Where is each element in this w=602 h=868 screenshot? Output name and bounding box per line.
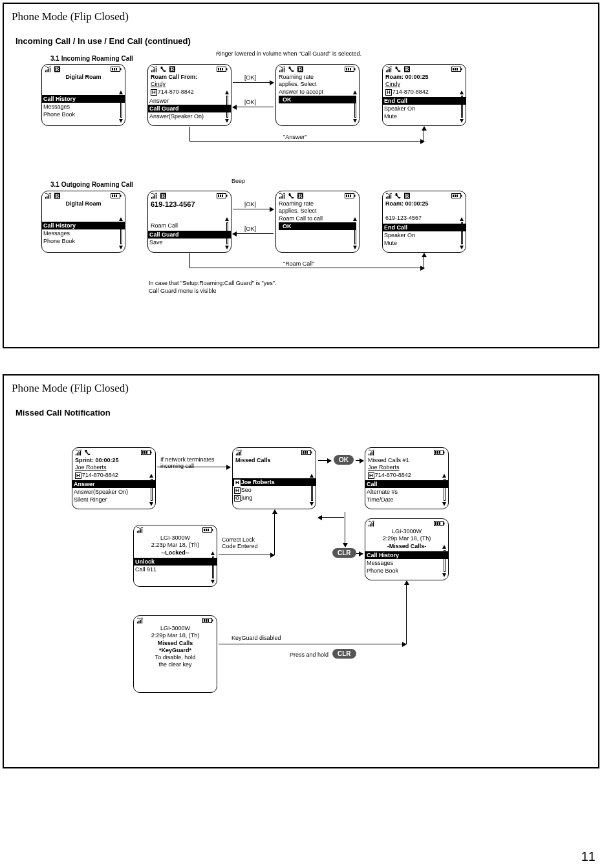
phone-m5: LGI-3000W 2:29p Mar 18, (Th) -Missed Cal… [365,518,449,580]
scrollbar[interactable] [353,90,358,123]
phone-m3: Missed Calls #1 Joe Roberts H714-870-884… [365,447,449,509]
battery-icon [451,66,463,72]
phone-m1: Sprint: 00:00:25 Joe Roberts H714-870-88… [72,447,156,509]
signal-icon [75,449,82,456]
ok-item[interactable]: OK [279,96,356,103]
menu-call-history[interactable]: Call History [42,222,125,229]
menu-speaker[interactable]: Answer(Speaker On) [72,488,155,496]
scrollbar[interactable] [460,90,464,123]
caller-name: Cindy [151,81,228,88]
scrollbar[interactable] [442,545,447,577]
scrollbar[interactable] [211,551,215,584]
line2: applies. Select [279,207,356,215]
signal-icon [45,66,52,72]
list-row[interactable]: HJoe Roberts [233,478,316,486]
phone-a3: Roaming rate applies. Select Answer to a… [275,64,360,126]
menu-callguard[interactable]: Call Guard [148,105,231,112]
menu-mute[interactable]: Mute [383,239,466,247]
title: Digital Roam [42,74,125,81]
menu-messages[interactable]: Messages [42,103,125,111]
menu-answer[interactable]: Answer [148,97,231,105]
line [318,517,344,518]
caller-name: Cindy [385,81,463,88]
scrollbar[interactable] [119,217,124,249]
list-row[interactable]: Ojung [233,494,316,502]
ok-item[interactable]: OK [279,222,356,230]
ringer-note: Ringer lowered in volume when "Call Guar… [216,50,361,57]
menu-unlock[interactable]: Unlock [134,558,217,566]
title: Sprint: 00:00:25 [75,457,153,464]
scrollbar[interactable] [225,217,230,249]
menu-speakeron[interactable]: Speaker On [383,231,466,239]
menu-phonebook[interactable]: Phone Book [42,237,125,245]
scrollbar[interactable] [442,474,447,506]
list-row[interactable]: HSeo [233,486,316,494]
menu-callguard[interactable]: Call Guard [148,231,231,238]
signal-icon [368,520,375,527]
roam-icon [403,193,411,199]
battery-icon [345,193,356,199]
line [356,553,363,554]
menu-endcall[interactable]: End Call [383,224,466,231]
menu-mute[interactable]: Mute [383,112,466,120]
roam-icon [169,66,176,72]
menu-messages[interactable]: Messages [42,229,125,237]
beep-label: Beep [231,178,245,184]
phone-a2: Roam Call From: Cindy H714-870-8842 Answ… [147,64,231,126]
menu-call[interactable]: Call [365,480,448,488]
arrow [233,233,274,234]
menu-timedate[interactable]: Time/Date [365,496,448,503]
menu-call-history[interactable]: Call History [42,95,125,103]
menu-phonebook[interactable]: Phone Book [42,111,125,118]
caller-num: H714-870-8842 [385,89,463,96]
menu-911[interactable]: Call 911 [134,566,217,573]
scrollbar[interactable] [225,90,230,123]
line [274,510,275,555]
phone-icon [394,66,402,72]
line [189,268,424,268]
menu-speaker[interactable]: Answer(Speaker On) [148,112,231,120]
scrollbar[interactable] [119,90,124,123]
line [219,644,406,644]
clr-button-2[interactable]: CLR [332,649,356,659]
model: LGI-3000W [368,528,446,535]
hold-note: Press and hold [290,651,328,658]
page-title-2: Phone Mode (Flip Closed) [12,382,590,395]
menu-call-history[interactable]: Call History [365,551,448,559]
ok-button[interactable]: OK [334,455,354,465]
menu-endcall[interactable]: End Call [383,97,466,105]
menu-speakeron[interactable]: Speaker On [383,105,466,112]
menu-phonebook[interactable]: Phone Book [365,567,448,575]
arrow [233,209,274,209]
battery-icon [345,66,356,72]
roamcall-label: "Roam Call" [283,260,314,267]
signal-icon [45,193,52,199]
phone-b4: Roam: 00:00:25 619-123-4567 End Call Spe… [382,191,466,253]
scrollbar[interactable] [460,217,464,249]
terminate-note: If network terminates incoming call [160,456,215,469]
roam-icon [54,193,61,199]
signal-icon [136,617,144,624]
battery-icon [434,449,446,456]
battery-icon [217,66,228,72]
clr-button[interactable]: CLR [332,548,356,558]
scrollbar[interactable] [353,217,358,249]
menu-alt[interactable]: Alternate #s [365,488,448,496]
signal-icon [385,193,392,199]
scrollbar[interactable] [310,474,314,506]
line [189,141,424,142]
menu-answer[interactable]: Answer [72,480,155,488]
caller-name: Joe Roberts [75,464,153,471]
missed: -Missed Calls- [368,543,446,550]
scrollbar[interactable] [149,474,154,506]
page-title-1: Phone Mode (Flip Closed) [12,10,590,23]
menu-save[interactable]: Save [148,238,231,246]
signal-icon [279,66,286,72]
menu-messages[interactable]: Messages [365,559,448,567]
menu-silent[interactable]: Silent Ringer [72,496,155,503]
signal-icon [385,66,392,72]
title: Roam: 00:00:25 [385,74,463,81]
caller-num: H714-870-8842 [151,89,228,96]
time: 2:23p Mar 18, (Th) [136,542,214,549]
missed: Missed Calls [136,640,214,647]
